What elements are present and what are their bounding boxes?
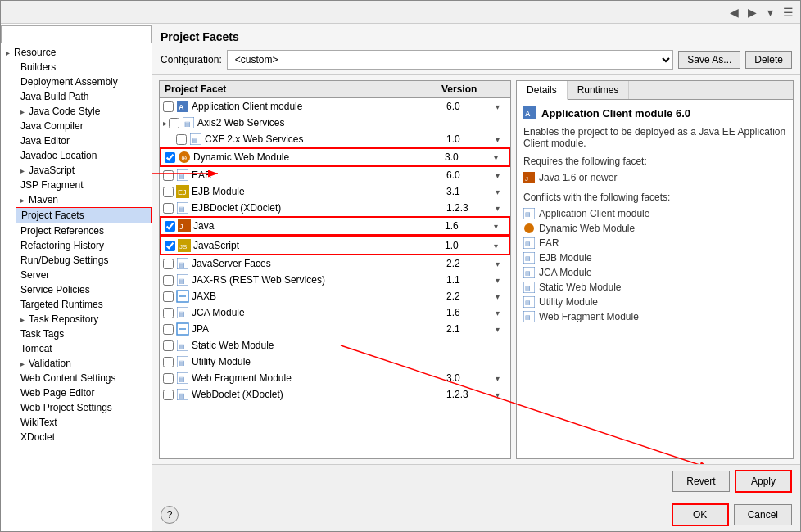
facet-row-ejbdoclet[interactable]: ▤ EJBDoclet (XDoclet) 1.2.3 ▾ xyxy=(160,200,510,216)
facet-check-java[interactable] xyxy=(165,221,175,232)
sidebar-item-resource[interactable]: ▸ Resource xyxy=(1,45,152,60)
back-button[interactable]: ◀ xyxy=(726,5,741,20)
facet-dropdown-cxf[interactable]: ▾ xyxy=(496,135,507,144)
expand-icon-axis2[interactable]: ▸ xyxy=(163,119,167,128)
facet-row-javascript[interactable]: JS JavaScript 1.0 ▾ xyxy=(160,236,510,255)
sidebar-item-project-facets[interactable]: Project Facets xyxy=(16,207,152,223)
facet-check-ejbdoclet[interactable] xyxy=(163,203,174,214)
delete-button[interactable]: Delete xyxy=(745,51,792,69)
facet-check-static-web[interactable] xyxy=(163,340,174,351)
facet-dropdown-ejbdoclet[interactable]: ▾ xyxy=(496,204,507,213)
facet-row-dynamic-web[interactable]: ⊕ Dynamic Web Module 3.0 ▾ xyxy=(160,147,510,167)
facet-row-web-fragment[interactable]: ▤ Web Fragment Module 3.0 ▾ xyxy=(160,370,510,386)
sidebar-item-web-page-editor[interactable]: Web Page Editor xyxy=(16,385,152,400)
sidebar-item-deployment-assembly[interactable]: Deployment Assembly xyxy=(16,74,152,89)
nav-menu-button[interactable]: ☰ xyxy=(781,5,795,20)
facet-dropdown-jaxb[interactable]: ▾ xyxy=(496,292,507,301)
tab-details[interactable]: Details xyxy=(517,81,568,100)
facet-dropdown-app-client[interactable]: ▾ xyxy=(496,102,507,111)
sidebar-item-wikitext[interactable]: WikiText xyxy=(16,415,152,430)
facet-icon-jpa xyxy=(176,322,189,336)
facet-dropdown-jaxrs[interactable]: ▾ xyxy=(496,276,507,285)
facet-check-jsf[interactable] xyxy=(163,259,174,269)
facet-row-java[interactable]: J Java 1.6 ▾ xyxy=(160,216,510,236)
sidebar-search-input[interactable] xyxy=(1,25,152,43)
sidebar-item-run-debug-settings[interactable]: Run/Debug Settings xyxy=(16,253,152,268)
facet-row-static-web[interactable]: ▤ Static Web Module xyxy=(160,337,510,354)
facet-dropdown-javascript[interactable]: ▾ xyxy=(494,241,505,250)
save-as-button[interactable]: Save As... xyxy=(678,51,740,69)
facet-version-webdoclet: 1.2.3 xyxy=(446,389,496,400)
facet-check-cxf[interactable] xyxy=(176,134,187,145)
facet-check-dynamic-web[interactable] xyxy=(165,152,175,163)
forward-button[interactable]: ▶ xyxy=(744,5,759,20)
sidebar-item-refactoring-history[interactable]: Refactoring History xyxy=(16,238,152,253)
facet-check-axis2[interactable] xyxy=(169,118,179,128)
facet-row-jsf[interactable]: ▤ JavaServer Faces 2.2 ▾ xyxy=(160,255,510,272)
facet-check-jaxrs[interactable] xyxy=(163,275,174,286)
facet-dropdown-java[interactable]: ▾ xyxy=(494,222,505,231)
sidebar-item-javascript[interactable]: ▸ JavaScript xyxy=(16,163,152,178)
sidebar-item-task-tags[interactable]: Task Tags xyxy=(16,327,152,341)
sidebar-item-validation[interactable]: ▸ Validation xyxy=(16,356,152,371)
facet-check-javascript[interactable] xyxy=(165,241,175,251)
sidebar-item-web-content-settings[interactable]: Web Content Settings xyxy=(16,371,152,385)
facet-row-jca[interactable]: ▤ JCA Module 1.6 ▾ xyxy=(160,304,510,321)
facet-check-ejb[interactable] xyxy=(163,187,174,197)
config-select[interactable]: <custom> xyxy=(227,50,674,70)
sidebar-item-java-editor[interactable]: Java Editor xyxy=(16,133,152,148)
facet-row-jaxb[interactable]: JAXB 2.2 ▾ xyxy=(160,288,510,304)
facet-row-ear[interactable]: ▤ EAR 6.0 ▾ xyxy=(160,167,510,183)
facet-dropdown-webdoclet[interactable]: ▾ xyxy=(496,390,507,399)
facet-check-utility[interactable] xyxy=(163,357,174,367)
facet-dropdown-jca[interactable]: ▾ xyxy=(496,309,507,318)
sidebar-item-xdoclet[interactable]: XDoclet xyxy=(16,430,152,444)
facet-dropdown-dynamic-web[interactable]: ▾ xyxy=(494,153,505,162)
sidebar-item-service-policies[interactable]: Service Policies xyxy=(16,282,152,297)
facet-row-app-client[interactable]: A Application Client module 6.0 ▾ xyxy=(160,98,510,115)
facet-dropdown-ear[interactable]: ▾ xyxy=(496,171,507,180)
sidebar-item-maven[interactable]: ▸ Maven xyxy=(16,192,152,207)
facet-row-jpa[interactable]: JPA 2.1 ▾ xyxy=(160,321,510,337)
facet-check-web-fragment[interactable] xyxy=(163,373,174,384)
detail-title-icon: A xyxy=(523,106,536,119)
nav-dropdown-button[interactable]: ▾ xyxy=(763,5,777,20)
sidebar-item-server[interactable]: Server xyxy=(16,268,152,282)
tab-runtimes[interactable]: Runtimes xyxy=(568,81,630,99)
facet-row-ejb[interactable]: EJ EJB Module 3.1 ▾ xyxy=(160,183,510,200)
sidebar-item-targeted-runtimes[interactable]: Targeted Runtimes xyxy=(16,297,152,312)
facet-row-webdoclet[interactable]: ▤ WebDoclet (XDoclet) 1.2.3 ▾ xyxy=(160,386,510,403)
facet-dropdown-ejb[interactable]: ▾ xyxy=(496,187,507,196)
sidebar-item-javadoc-location[interactable]: Javadoc Location xyxy=(16,148,152,163)
revert-button[interactable]: Revert xyxy=(672,471,730,492)
sidebar-item-java-build-path[interactable]: Java Build Path xyxy=(16,89,152,104)
facet-dropdown-web-fragment[interactable]: ▾ xyxy=(496,374,507,383)
help-button[interactable]: ? xyxy=(161,506,179,524)
sidebar-item-builders[interactable]: Builders xyxy=(16,60,152,74)
sidebar-item-jsp-fragment[interactable]: JSP Fragment xyxy=(16,178,152,192)
apply-button[interactable]: Apply xyxy=(735,470,792,493)
sidebar-item-java-compiler[interactable]: Java Compiler xyxy=(16,119,152,133)
facet-check-jpa[interactable] xyxy=(163,324,174,335)
facet-check-app-client[interactable] xyxy=(163,101,174,112)
sidebar-item-tomcat[interactable]: Tomcat xyxy=(16,341,152,356)
facet-check-webdoclet[interactable] xyxy=(163,390,174,400)
facet-name-utility: Utility Module xyxy=(192,356,458,367)
sidebar-item-java-code-style[interactable]: ▸ Java Code Style xyxy=(16,104,152,119)
facet-check-jca[interactable] xyxy=(163,308,174,318)
facet-row-jaxrs[interactable]: ▤ JAX-RS (REST Web Services) 1.1 ▾ xyxy=(160,272,510,288)
sidebar-item-project-references[interactable]: Project References xyxy=(16,223,152,238)
facet-dropdown-jpa[interactable]: ▾ xyxy=(496,325,507,334)
ok-button[interactable]: OK xyxy=(672,503,729,526)
facet-version-app-client: 6.0 xyxy=(446,101,496,112)
facet-version-jsf: 2.2 xyxy=(446,258,496,269)
facet-dropdown-jsf[interactable]: ▾ xyxy=(496,259,507,268)
facet-row-cxf[interactable]: ▤ CXF 2.x Web Services 1.0 ▾ xyxy=(160,131,510,147)
facet-check-ear[interactable] xyxy=(163,170,174,181)
facet-row-axis2[interactable]: ▸ ▤ Axis2 Web Services xyxy=(160,115,510,131)
sidebar-item-task-repository[interactable]: ▸ Task Repository xyxy=(16,312,152,327)
cancel-button[interactable]: Cancel xyxy=(734,504,792,525)
facet-row-utility[interactable]: ▤ Utility Module xyxy=(160,354,510,370)
sidebar-item-web-project-settings[interactable]: Web Project Settings xyxy=(16,400,152,415)
facet-check-jaxb[interactable] xyxy=(163,291,174,302)
